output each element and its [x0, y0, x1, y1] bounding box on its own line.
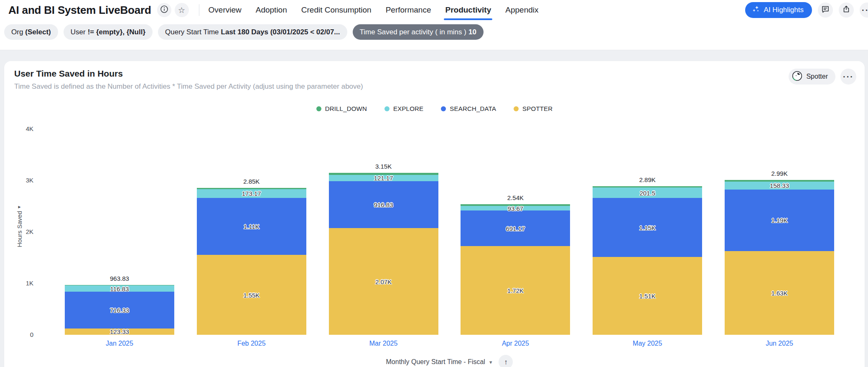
- tab-credit-consumption[interactable]: Credit Consumption: [301, 0, 372, 20]
- legend-label: SPOTTER: [522, 105, 552, 112]
- segment-spotter[interactable]: 123.33: [65, 329, 174, 335]
- segment-spotter[interactable]: 1.72K: [461, 246, 570, 335]
- legend-item-spotter[interactable]: SPOTTER: [514, 105, 552, 112]
- top-bar: AI and BI System LiveBoard ☆ OverviewAdo…: [0, 0, 868, 20]
- filter-chip-org[interactable]: Org(Select): [4, 24, 58, 40]
- segment-explore[interactable]: 121.17: [329, 175, 438, 181]
- bar-total-label: 2.85K: [197, 178, 306, 185]
- segment-value-label: 121.17: [329, 175, 438, 181]
- legend-dot-icon: [316, 106, 321, 111]
- segment-explore[interactable]: 201.5: [593, 187, 702, 198]
- segment-value-label: 916.83: [329, 202, 438, 208]
- segment-search-data[interactable]: 1.15K: [593, 198, 702, 257]
- share-icon: [842, 5, 850, 15]
- comment-button[interactable]: [818, 3, 833, 18]
- segment-explore[interactable]: 173.17: [197, 189, 306, 198]
- tab-productivity[interactable]: Productivity: [445, 0, 491, 20]
- favorite-button[interactable]: ☆: [175, 3, 189, 17]
- tab-overview[interactable]: Overview: [209, 0, 242, 20]
- legend-item-search-data[interactable]: SEARCH_DATA: [441, 105, 496, 112]
- segment-spotter[interactable]: 1.55K: [197, 255, 306, 335]
- segment-explore[interactable]: 116.83: [65, 285, 174, 291]
- tab-performance[interactable]: Performance: [386, 0, 431, 20]
- filter-chip-time-saved-per-activity-in-mins[interactable]: Time Saved per activity ( in mins )10: [353, 24, 484, 40]
- segment-value-label: 116.83: [65, 285, 174, 292]
- viz-title: User Time Saved in Hours: [14, 69, 789, 79]
- stacked-bar-may-2025[interactable]: 1.51K1.15K201.52.89K: [593, 186, 702, 335]
- sort-ascending-button[interactable]: ↑: [499, 355, 513, 367]
- more-options-button-card[interactable]: ···: [840, 69, 856, 85]
- segment-value-label: 1.11K: [197, 223, 306, 230]
- title-icons: ☆: [157, 3, 189, 17]
- stacked-bar-jun-2025[interactable]: 1.63K1.19K158.332.99K: [725, 180, 834, 335]
- viz-title-block: User Time Saved in Hours Time Saved is d…: [14, 69, 789, 91]
- filter-chip-name: Org: [11, 28, 23, 36]
- bar-total-label: 2.99K: [725, 170, 834, 177]
- segment-value-label: 173.17: [197, 190, 306, 197]
- axis-arrow-icon: ▸: [18, 204, 20, 209]
- arrow-up-icon: ↑: [504, 359, 508, 366]
- segment-value-label: 1.15K: [593, 224, 702, 231]
- y-axis-title[interactable]: ▸ Hours Saved: [16, 204, 23, 247]
- segment-explore[interactable]: 93.67: [461, 206, 570, 211]
- segment-value-label: 1.51K: [593, 293, 702, 299]
- filter-chip-query-start-time[interactable]: Query Start TimeLast 180 Days (03/01/202…: [158, 24, 347, 40]
- segment-value-label: 201.5: [593, 190, 702, 196]
- page-gap: [0, 50, 868, 61]
- tab-adoption[interactable]: Adoption: [256, 0, 287, 20]
- legend-dot-icon: [514, 106, 519, 111]
- segment-spotter[interactable]: 2.07K: [329, 228, 438, 335]
- stacked-bar-jan-2025[interactable]: 123.33716.33116.83963.83: [65, 285, 174, 335]
- stacked-bar-feb-2025[interactable]: 1.55K1.11K173.172.85K: [197, 188, 306, 335]
- info-button[interactable]: [157, 3, 171, 17]
- segment-spotter[interactable]: 1.51K: [593, 257, 702, 335]
- chart-legend: DRILL_DOWNEXPLORESEARCH_DATASPOTTER: [4, 105, 865, 112]
- stacked-bar-apr-2025[interactable]: 1.72K691.1793.672.54K: [461, 204, 570, 335]
- bar-group-apr-2025: 1.72K691.1793.672.54KApr 2025: [449, 129, 581, 335]
- y-tick-1k: 1K: [4, 280, 33, 287]
- more-options-button-header[interactable]: ···: [860, 3, 868, 18]
- filter-chip-user[interactable]: User!= {empty}, {Null}: [64, 24, 153, 40]
- x-axis-title-label[interactable]: Monthly Query Start Time - Fiscal: [386, 358, 485, 366]
- legend-item-drill-down[interactable]: DRILL_DOWN: [316, 105, 367, 112]
- segment-value-label: 691.17: [461, 225, 570, 231]
- filter-chip-name: Time Saved per activity ( in mins ): [360, 28, 466, 36]
- ai-highlights-button[interactable]: AI Highlights: [745, 2, 812, 18]
- legend-label: SEARCH_DATA: [450, 105, 496, 112]
- share-button[interactable]: [839, 3, 854, 18]
- stacked-bar-chart: 01K2K3K4K ▸ Hours Saved 123.33716.33116.…: [4, 129, 865, 367]
- bar-group-mar-2025: 2.07K916.83121.173.15KMar 2025: [318, 129, 450, 335]
- x-tick-may-2025: May 2025: [581, 340, 713, 347]
- viz-subtitle: Time Saved is defined as the Number of A…: [14, 82, 789, 91]
- header-divider: [199, 4, 199, 16]
- legend-dot-icon: [384, 106, 389, 111]
- segment-drill-down[interactable]: [65, 285, 174, 285]
- filter-chip-name: User: [71, 28, 86, 36]
- legend-label: EXPLORE: [393, 105, 423, 112]
- ai-highlights-label: AI Highlights: [764, 6, 804, 14]
- y-tick-4k: 4K: [4, 125, 33, 133]
- segment-drill-down[interactable]: [593, 186, 702, 187]
- more-icon: ···: [862, 6, 868, 14]
- segment-drill-down[interactable]: [329, 173, 438, 175]
- legend-dot-icon: [441, 106, 446, 111]
- stacked-bar-mar-2025[interactable]: 2.07K916.83121.173.15K: [329, 173, 438, 335]
- segment-drill-down[interactable]: [461, 204, 570, 206]
- tab-appendix[interactable]: Appendix: [505, 0, 538, 20]
- bar-total-label: 3.15K: [329, 163, 438, 170]
- chevron-down-icon[interactable]: ▾: [489, 359, 492, 365]
- segment-search-data[interactable]: 1.11K: [197, 198, 306, 255]
- segment-search-data[interactable]: 916.83: [329, 181, 438, 228]
- segment-search-data[interactable]: 691.17: [461, 210, 570, 246]
- segment-drill-down[interactable]: [725, 180, 834, 182]
- segment-search-data[interactable]: 716.33: [65, 292, 174, 329]
- segment-search-data[interactable]: 1.19K: [725, 190, 834, 251]
- spotter-button[interactable]: Spotter: [789, 69, 835, 85]
- segment-explore[interactable]: 158.33: [725, 182, 834, 190]
- filter-chip-value: Last 180 Days (03/01/2025 < 02/07...: [221, 28, 340, 36]
- segment-drill-down[interactable]: [197, 188, 306, 189]
- legend-item-explore[interactable]: EXPLORE: [384, 105, 423, 112]
- segment-spotter[interactable]: 1.63K: [725, 251, 834, 335]
- segment-value-label: 1.55K: [197, 292, 306, 298]
- legend-label: DRILL_DOWN: [325, 105, 367, 112]
